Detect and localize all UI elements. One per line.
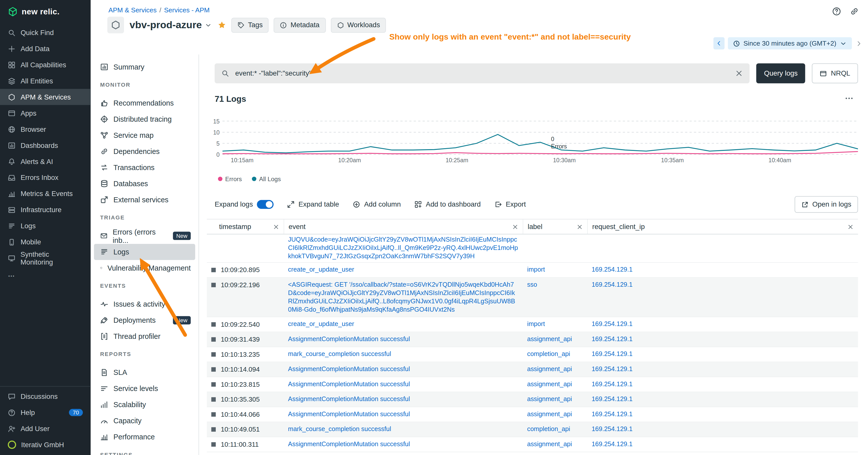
- cell-label-link[interactable]: assignment_api: [527, 380, 583, 388]
- nav-all-entities[interactable]: All Entities: [0, 73, 91, 89]
- nav-apm-services[interactable]: APM & Services: [0, 89, 91, 105]
- cell-label-link[interactable]: assignment_api: [527, 440, 583, 448]
- nav-apps[interactable]: Apps: [0, 105, 91, 121]
- time-range-picker[interactable]: Since 30 minutes ago (GMT+2): [728, 37, 852, 50]
- cell-label-link[interactable]: assignment_api: [527, 335, 583, 344]
- subnav-thread-profiler[interactable]: Thread profiler: [94, 328, 195, 345]
- row-marker[interactable]: [211, 442, 216, 447]
- subnav-distributed-tracing[interactable]: Distributed tracing: [94, 111, 195, 127]
- table-row[interactable]: 10:09:22.540create_or_update_userimport1…: [207, 317, 858, 332]
- nav-help[interactable]: Help70: [0, 404, 91, 421]
- cell-label-link[interactable]: import: [527, 265, 583, 274]
- nav-alerts-ai[interactable]: Alerts & AI: [0, 154, 91, 169]
- remove-column-icon[interactable]: [512, 224, 518, 230]
- cell-request-client-ip-link[interactable]: 169.254.129.1: [592, 395, 854, 403]
- export-button[interactable]: Export: [494, 200, 526, 208]
- subnav-external-services[interactable]: External services: [94, 192, 195, 208]
- cell-event-link[interactable]: create_or_update_user: [288, 320, 518, 328]
- cell-label-link[interactable]: sso: [527, 281, 583, 289]
- nav-logs[interactable]: Logs: [0, 218, 91, 234]
- table-row[interactable]: 10:09:22.196<ASGIRequest: GET '/sso/call…: [207, 278, 858, 318]
- subnav-service-map[interactable]: Service map: [94, 127, 195, 143]
- subnav-deployments[interactable]: DeploymentsNew: [94, 312, 195, 328]
- metadata-button[interactable]: Metadata: [274, 18, 326, 32]
- cell-event-link[interactable]: mark_course_completion successful: [288, 350, 518, 358]
- cell-label-link[interactable]: import: [527, 320, 583, 328]
- logs-search-box[interactable]: [215, 63, 750, 83]
- open-in-logs-button[interactable]: Open in logs: [795, 196, 858, 213]
- cell-label-link[interactable]: assignment_api: [527, 365, 583, 373]
- remove-column-icon[interactable]: [273, 224, 279, 230]
- subnav-service-levels[interactable]: Service levels: [94, 381, 195, 396]
- cell-request-client-ip-link[interactable]: 169.254.129.1: [592, 440, 854, 448]
- subnav-databases[interactable]: Databases: [94, 175, 195, 192]
- favorite-star-icon[interactable]: [217, 21, 226, 30]
- cell-request-client-ip-link[interactable]: 169.254.129.1: [592, 365, 854, 373]
- nav-mobile[interactable]: Mobile: [0, 234, 91, 250]
- toggle-on[interactable]: [257, 200, 274, 209]
- cell-event-link[interactable]: mark_course_completion successful: [288, 425, 518, 433]
- cell-event-link[interactable]: AssignmentCompletionMutation successful: [288, 335, 518, 344]
- cell-request-client-ip-link[interactable]: 169.254.129.1: [592, 320, 854, 328]
- row-marker[interactable]: [211, 427, 216, 432]
- nav-more[interactable]: …: [0, 266, 91, 282]
- nav-quick-find[interactable]: Quick Find: [0, 25, 91, 40]
- nav-add-data[interactable]: Add Data: [0, 40, 91, 57]
- clear-search-icon[interactable]: [735, 69, 743, 77]
- subnav-logs[interactable]: Logs: [94, 244, 195, 260]
- row-marker[interactable]: [211, 367, 216, 372]
- subnav-transactions[interactable]: Transactions: [94, 160, 195, 175]
- nav-metrics-events[interactable]: Metrics & Events: [0, 186, 91, 202]
- cell-request-client-ip-link[interactable]: 169.254.129.1: [592, 335, 854, 344]
- time-forward-button[interactable]: [855, 40, 863, 47]
- cell-event-link[interactable]: AssignmentCompletionMutation successful: [288, 365, 518, 373]
- row-marker[interactable]: [211, 337, 216, 342]
- table-row[interactable]: 10:11:00.311AssignmentCompletionMutation…: [207, 437, 858, 452]
- nav-dashboards[interactable]: Dashboards: [0, 137, 91, 154]
- table-row[interactable]: 10:10:13.235mark_course_completion succe…: [207, 347, 858, 362]
- column-header-label[interactable]: label: [523, 220, 587, 234]
- subnav-capacity[interactable]: Capacity: [94, 413, 195, 429]
- remove-column-icon[interactable]: [577, 224, 583, 230]
- row-marker[interactable]: [211, 382, 216, 387]
- cell-event-link[interactable]: <ASGIRequest: GET '/sso/callback/?state=…: [288, 281, 518, 314]
- breadcrumb-apm-services[interactable]: APM & Services: [108, 6, 156, 14]
- cell-label-link[interactable]: assignment_api: [527, 395, 583, 403]
- subnav-dependencies[interactable]: Dependencies: [94, 143, 195, 160]
- subnav-issues-activity[interactable]: Issues & activity: [94, 296, 195, 312]
- chart-menu-icon[interactable]: [844, 94, 854, 103]
- cell-request-client-ip-link[interactable]: 169.254.129.1: [592, 265, 854, 274]
- nrql-button[interactable]: NRQL: [812, 63, 858, 83]
- nav-organization[interactable]: Iterativ GmbH: [0, 436, 91, 453]
- cell-label-link[interactable]: completion_api: [527, 350, 583, 358]
- workloads-button[interactable]: Workloads: [331, 18, 386, 32]
- cell-request-client-ip-link[interactable]: 169.254.129.1: [592, 380, 854, 388]
- nav-all-capabilities[interactable]: All Capabilities: [0, 57, 91, 73]
- column-header-timestamp[interactable]: timestamp: [207, 220, 283, 234]
- legend-errors[interactable]: Errors: [218, 175, 242, 182]
- table-row[interactable]: 10:10:49.051mark_course_completion succe…: [207, 422, 858, 437]
- row-marker[interactable]: [211, 412, 216, 417]
- cell-event-link[interactable]: create_or_update_user: [288, 265, 518, 274]
- nav-infrastructure[interactable]: Infrastructure: [0, 201, 91, 218]
- table-row[interactable]: 10:10:44.066AssignmentCompletionMutation…: [207, 407, 858, 422]
- cell-event-link[interactable]: AssignmentCompletionMutation successful: [288, 395, 518, 403]
- table-row[interactable]: 10:10:14.094AssignmentCompletionMutation…: [207, 362, 858, 378]
- subnav-vulnerability-management[interactable]: Vulnerability Management: [94, 260, 195, 276]
- table-row[interactable]: 10:09:20.895create_or_update_userimport1…: [207, 263, 858, 278]
- subnav-summary[interactable]: Summary: [94, 59, 195, 75]
- cell-request-client-ip-link[interactable]: 169.254.129.1: [592, 425, 854, 433]
- column-header-request-client-ip[interactable]: request_client_ip: [587, 220, 858, 234]
- logs-search-input[interactable]: [234, 69, 731, 77]
- row-marker[interactable]: [211, 268, 216, 272]
- cell-label-link[interactable]: completion_api: [527, 425, 583, 433]
- table-row[interactable]: 10:09:31.439AssignmentCompletionMutation…: [207, 332, 858, 348]
- row-marker[interactable]: [211, 352, 216, 357]
- add-to-dashboard-button[interactable]: Add to dashboard: [414, 200, 480, 208]
- column-header-event[interactable]: event: [283, 220, 523, 234]
- cell-event-link[interactable]: JUQVU&code=eyJraWQiOiJjcGltY29yZV8wOTl1M…: [288, 235, 518, 260]
- table-row[interactable]: JUQVU&code=eyJraWQiOiJjcGltY29yZV8wOTl1M…: [207, 234, 858, 263]
- entity-switcher-chevron-icon[interactable]: [205, 22, 212, 29]
- query-logs-button[interactable]: Query logs: [756, 63, 805, 83]
- nav-discussions[interactable]: Discussions: [0, 388, 91, 404]
